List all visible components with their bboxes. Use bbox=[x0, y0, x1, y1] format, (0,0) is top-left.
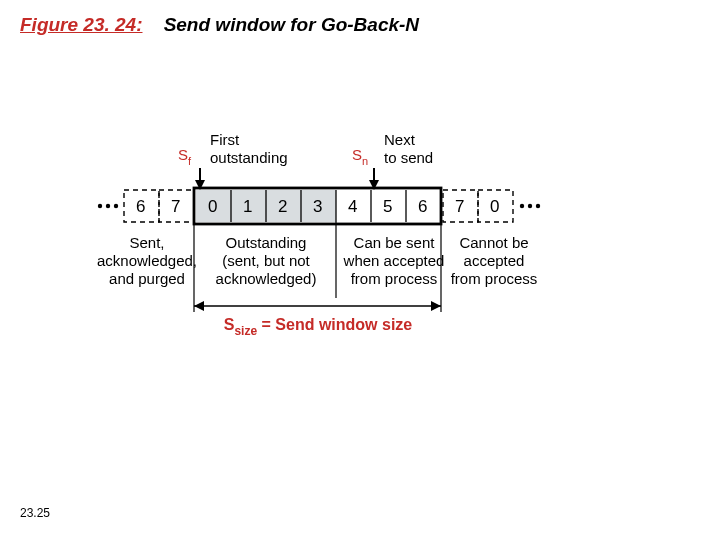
page-number: 23.25 bbox=[20, 506, 50, 520]
svg-point-17 bbox=[520, 204, 524, 208]
sf-pointer: Sf First outstanding bbox=[178, 131, 288, 190]
svg-point-1 bbox=[106, 204, 110, 208]
region-outstanding-label: Outstanding (sent, but not acknowledged) bbox=[216, 234, 317, 287]
svg-text:outstanding: outstanding bbox=[210, 149, 288, 166]
svg-text:and purged: and purged bbox=[109, 270, 185, 287]
cell-left-1: 7 bbox=[171, 197, 180, 216]
svg-text:Outstanding: Outstanding bbox=[226, 234, 307, 251]
cell-out-0: 0 bbox=[208, 197, 217, 216]
region-cannot-cells: 7 0 bbox=[443, 190, 513, 222]
svg-text:Sf: Sf bbox=[178, 146, 192, 167]
cell-out-3: 3 bbox=[313, 197, 322, 216]
svg-text:acknowledged,: acknowledged, bbox=[97, 252, 197, 269]
svg-text:when accepted: when accepted bbox=[343, 252, 445, 269]
region-cannot-label: Cannot be accepted from process bbox=[451, 234, 538, 287]
region-outstanding-cells: 0 1 2 3 bbox=[196, 190, 336, 222]
cell-right-1: 0 bbox=[490, 197, 499, 216]
cell-out-1: 1 bbox=[243, 197, 252, 216]
window-size-arrow: Ssize = Send window size bbox=[194, 301, 441, 338]
region-cansend-cells: 4 5 6 bbox=[348, 190, 427, 222]
svg-text:(sent, but not: (sent, but not bbox=[222, 252, 310, 269]
sn-pointer: Sn Next to send bbox=[352, 131, 433, 190]
svg-text:Next: Next bbox=[384, 131, 416, 148]
svg-point-18 bbox=[528, 204, 532, 208]
svg-text:acknowledged): acknowledged) bbox=[216, 270, 317, 287]
send-window-diagram: 6 7 0 1 2 3 4 5 6 7 0 Sf Fir bbox=[0, 0, 720, 540]
svg-text:from process: from process bbox=[451, 270, 538, 287]
ellipsis-right bbox=[520, 204, 540, 208]
svg-text:accepted: accepted bbox=[464, 252, 525, 269]
region-purged-label: Sent, acknowledged, and purged bbox=[97, 234, 197, 287]
svg-text:First: First bbox=[210, 131, 240, 148]
svg-text:from process: from process bbox=[351, 270, 438, 287]
svg-text:to send: to send bbox=[384, 149, 433, 166]
region-cansend-label: Can be sent when accepted from process bbox=[343, 234, 445, 287]
cell-right-0: 7 bbox=[455, 197, 464, 216]
cell-can-2: 6 bbox=[418, 197, 427, 216]
svg-text:Can be sent: Can be sent bbox=[354, 234, 436, 251]
cell-out-2: 2 bbox=[278, 197, 287, 216]
cell-can-0: 4 bbox=[348, 197, 357, 216]
svg-point-0 bbox=[98, 204, 102, 208]
cell-can-1: 5 bbox=[383, 197, 392, 216]
ellipsis-left bbox=[98, 204, 118, 208]
svg-point-19 bbox=[536, 204, 540, 208]
svg-marker-46 bbox=[194, 301, 204, 311]
svg-text:Sn: Sn bbox=[352, 146, 368, 167]
svg-text:Sent,: Sent, bbox=[129, 234, 164, 251]
svg-text:Ssize = Send window size: Ssize = Send window size bbox=[224, 316, 413, 338]
svg-point-2 bbox=[114, 204, 118, 208]
cell-left-0: 6 bbox=[136, 197, 145, 216]
svg-marker-47 bbox=[431, 301, 441, 311]
region-purged-cells: 6 7 bbox=[124, 190, 194, 222]
svg-text:Cannot be: Cannot be bbox=[459, 234, 528, 251]
